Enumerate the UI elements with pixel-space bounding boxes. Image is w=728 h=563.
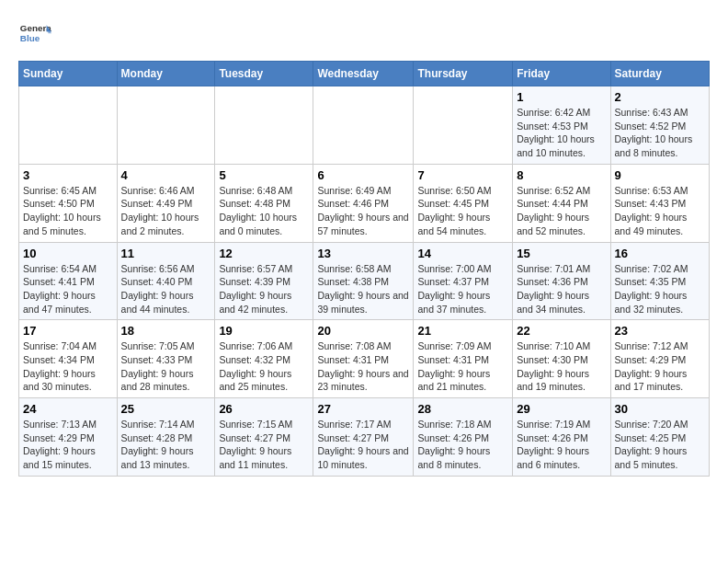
day-info: Sunrise: 7:14 AM Sunset: 4:28 PM Dayligh…: [121, 418, 211, 472]
day-info: Sunrise: 7:06 AM Sunset: 4:32 PM Dayligh…: [219, 339, 309, 394]
day-number: 8: [517, 168, 606, 182]
calendar-week-2: 3Sunrise: 6:45 AM Sunset: 4:50 PM Daylig…: [19, 164, 710, 242]
day-number: 15: [517, 247, 606, 260]
calendar-cell: 9Sunrise: 6:53 AM Sunset: 4:43 PM Daylig…: [610, 164, 709, 242]
day-number: 24: [23, 402, 113, 416]
day-number: 13: [317, 247, 409, 260]
calendar-cell: [19, 86, 118, 165]
calendar-cell: [313, 86, 414, 165]
calendar-cell: 8Sunrise: 6:52 AM Sunset: 4:44 PM Daylig…: [513, 164, 610, 242]
day-header-thursday: Thursday: [414, 62, 513, 86]
day-info: Sunrise: 6:45 AM Sunset: 4:50 PM Dayligh…: [23, 184, 113, 238]
calendar-cell: 18Sunrise: 7:05 AM Sunset: 4:33 PM Dayli…: [117, 320, 215, 398]
day-number: 7: [417, 168, 508, 182]
calendar-cell: 10Sunrise: 6:54 AM Sunset: 4:41 PM Dayli…: [19, 242, 118, 320]
calendar-week-4: 17Sunrise: 7:04 AM Sunset: 4:34 PM Dayli…: [19, 320, 710, 398]
calendar-cell: 12Sunrise: 6:57 AM Sunset: 4:39 PM Dayli…: [215, 242, 313, 320]
page-header: General Blue: [18, 18, 710, 52]
day-header-tuesday: Tuesday: [215, 62, 313, 86]
day-info: Sunrise: 7:08 AM Sunset: 4:31 PM Dayligh…: [317, 339, 409, 394]
calendar-cell: [117, 86, 215, 165]
day-number: 28: [417, 402, 508, 416]
calendar-cell: 4Sunrise: 6:46 AM Sunset: 4:49 PM Daylig…: [117, 164, 215, 242]
day-header-saturday: Saturday: [610, 62, 709, 86]
calendar-header-row: SundayMondayTuesdayWednesdayThursdayFrid…: [19, 62, 710, 86]
day-number: 5: [219, 168, 309, 182]
day-info: Sunrise: 6:42 AM Sunset: 4:53 PM Dayligh…: [517, 106, 606, 160]
calendar-table: SundayMondayTuesdayWednesdayThursdayFrid…: [18, 61, 710, 477]
day-number: 10: [23, 247, 113, 260]
logo: General Blue: [18, 18, 51, 52]
day-number: 23: [615, 324, 705, 338]
day-info: Sunrise: 6:52 AM Sunset: 4:44 PM Dayligh…: [517, 184, 606, 238]
calendar-cell: 13Sunrise: 6:58 AM Sunset: 4:38 PM Dayli…: [313, 242, 414, 320]
day-number: 11: [121, 247, 211, 260]
day-number: 22: [517, 324, 606, 338]
day-number: 26: [219, 402, 309, 416]
day-info: Sunrise: 6:50 AM Sunset: 4:45 PM Dayligh…: [417, 184, 508, 238]
calendar-cell: 6Sunrise: 6:49 AM Sunset: 4:46 PM Daylig…: [313, 164, 414, 242]
calendar-cell: 2Sunrise: 6:43 AM Sunset: 4:52 PM Daylig…: [610, 86, 709, 165]
day-number: 27: [317, 402, 409, 416]
day-info: Sunrise: 7:15 AM Sunset: 4:27 PM Dayligh…: [219, 418, 309, 472]
day-info: Sunrise: 6:56 AM Sunset: 4:40 PM Dayligh…: [121, 262, 211, 316]
day-number: 1: [517, 90, 606, 104]
calendar-cell: 3Sunrise: 6:45 AM Sunset: 4:50 PM Daylig…: [19, 164, 118, 242]
day-number: 2: [615, 90, 705, 104]
day-info: Sunrise: 7:02 AM Sunset: 4:35 PM Dayligh…: [615, 262, 705, 316]
calendar-cell: 5Sunrise: 6:48 AM Sunset: 4:48 PM Daylig…: [215, 164, 313, 242]
calendar-cell: 1Sunrise: 6:42 AM Sunset: 4:53 PM Daylig…: [513, 86, 610, 165]
day-info: Sunrise: 7:09 AM Sunset: 4:31 PM Dayligh…: [417, 339, 508, 394]
calendar-cell: 15Sunrise: 7:01 AM Sunset: 4:36 PM Dayli…: [513, 242, 610, 320]
day-info: Sunrise: 6:53 AM Sunset: 4:43 PM Dayligh…: [615, 184, 705, 238]
calendar-cell: 20Sunrise: 7:08 AM Sunset: 4:31 PM Dayli…: [313, 320, 414, 398]
calendar-cell: [215, 86, 313, 165]
day-number: 17: [23, 324, 113, 338]
day-info: Sunrise: 7:20 AM Sunset: 4:25 PM Dayligh…: [615, 418, 705, 472]
calendar-cell: [414, 86, 513, 165]
day-number: 6: [317, 168, 409, 182]
day-info: Sunrise: 6:46 AM Sunset: 4:49 PM Dayligh…: [121, 184, 211, 238]
day-info: Sunrise: 6:54 AM Sunset: 4:41 PM Dayligh…: [23, 262, 113, 316]
day-info: Sunrise: 6:57 AM Sunset: 4:39 PM Dayligh…: [219, 262, 309, 316]
day-info: Sunrise: 6:49 AM Sunset: 4:46 PM Dayligh…: [317, 184, 409, 238]
calendar-cell: 19Sunrise: 7:06 AM Sunset: 4:32 PM Dayli…: [215, 320, 313, 398]
calendar-cell: 24Sunrise: 7:13 AM Sunset: 4:29 PM Dayli…: [19, 398, 118, 477]
day-number: 9: [615, 168, 705, 182]
day-number: 12: [219, 247, 309, 260]
day-header-wednesday: Wednesday: [313, 62, 414, 86]
calendar-cell: 14Sunrise: 7:00 AM Sunset: 4:37 PM Dayli…: [414, 242, 513, 320]
day-info: Sunrise: 7:00 AM Sunset: 4:37 PM Dayligh…: [417, 262, 508, 316]
calendar-cell: 25Sunrise: 7:14 AM Sunset: 4:28 PM Dayli…: [117, 398, 215, 477]
day-info: Sunrise: 7:17 AM Sunset: 4:27 PM Dayligh…: [317, 418, 409, 472]
calendar-cell: 22Sunrise: 7:10 AM Sunset: 4:30 PM Dayli…: [513, 320, 610, 398]
day-header-monday: Monday: [117, 62, 215, 86]
day-number: 4: [121, 168, 211, 182]
calendar-week-5: 24Sunrise: 7:13 AM Sunset: 4:29 PM Dayli…: [19, 398, 710, 477]
day-info: Sunrise: 7:05 AM Sunset: 4:33 PM Dayligh…: [121, 339, 211, 394]
calendar-cell: 28Sunrise: 7:18 AM Sunset: 4:26 PM Dayli…: [414, 398, 513, 477]
day-number: 25: [121, 402, 211, 416]
day-number: 14: [417, 247, 508, 260]
day-number: 3: [23, 168, 113, 182]
day-info: Sunrise: 7:13 AM Sunset: 4:29 PM Dayligh…: [23, 418, 113, 472]
svg-text:Blue: Blue: [20, 33, 40, 43]
calendar-cell: 21Sunrise: 7:09 AM Sunset: 4:31 PM Dayli…: [414, 320, 513, 398]
day-number: 19: [219, 324, 309, 338]
day-info: Sunrise: 6:48 AM Sunset: 4:48 PM Dayligh…: [219, 184, 309, 238]
day-info: Sunrise: 6:43 AM Sunset: 4:52 PM Dayligh…: [615, 106, 705, 160]
calendar-cell: 16Sunrise: 7:02 AM Sunset: 4:35 PM Dayli…: [610, 242, 709, 320]
day-number: 16: [615, 247, 705, 260]
calendar-cell: 29Sunrise: 7:19 AM Sunset: 4:26 PM Dayli…: [513, 398, 610, 477]
logo-icon: General Blue: [18, 18, 51, 52]
calendar-cell: 23Sunrise: 7:12 AM Sunset: 4:29 PM Dayli…: [610, 320, 709, 398]
day-number: 20: [317, 324, 409, 338]
calendar-cell: 30Sunrise: 7:20 AM Sunset: 4:25 PM Dayli…: [610, 398, 709, 477]
day-number: 18: [121, 324, 211, 338]
day-info: Sunrise: 7:01 AM Sunset: 4:36 PM Dayligh…: [517, 262, 606, 316]
day-info: Sunrise: 7:12 AM Sunset: 4:29 PM Dayligh…: [615, 339, 705, 394]
day-number: 29: [517, 402, 606, 416]
day-info: Sunrise: 7:19 AM Sunset: 4:26 PM Dayligh…: [517, 418, 606, 472]
calendar-week-3: 10Sunrise: 6:54 AM Sunset: 4:41 PM Dayli…: [19, 242, 710, 320]
calendar-cell: 26Sunrise: 7:15 AM Sunset: 4:27 PM Dayli…: [215, 398, 313, 477]
